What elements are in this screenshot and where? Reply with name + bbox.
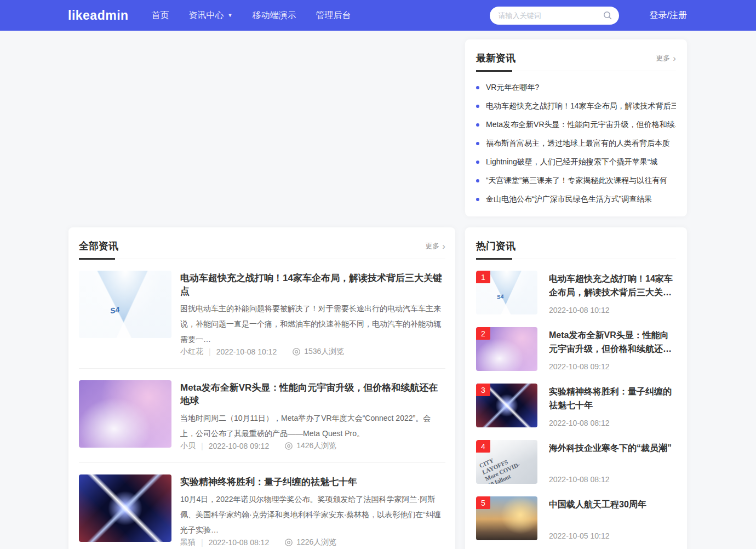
hot-item-date: 2022-10-08 08:12 <box>549 475 676 484</box>
article-title[interactable]: 实验精神终将胜利：量子纠缠的祛魅七十年 <box>180 476 445 489</box>
list-item[interactable]: “天宫课堂”第三课来了！专家揭秘此次课程与以往有何 <box>476 171 676 190</box>
article-views: 1536人浏览 <box>292 347 344 357</box>
bullet-dot-icon <box>476 105 479 108</box>
meta-divider: | <box>201 538 203 547</box>
article-meta: 小红花 | 2022-10-08 10:12 1536人浏览 <box>180 347 445 357</box>
hot-thumbnail-layoffs[interactable]: 4 CITY LAYOFFS More COVID-19 fallout <box>476 440 537 484</box>
article-views: 1226人浏览 <box>284 537 336 547</box>
search-input[interactable] <box>499 12 603 20</box>
site-logo[interactable]: likeadmin <box>68 8 129 23</box>
all-news-header: 全部资讯 更多 › <box>79 227 445 259</box>
bullet-dot-icon <box>476 142 479 145</box>
article-views: 1426人浏览 <box>284 441 336 451</box>
top-navbar: likeadmin 首页 资讯中心 ▼ 移动端演示 管理后台 <box>0 0 756 31</box>
hot-news-header: 热门资讯 <box>476 227 676 259</box>
all-news-title: 全部资讯 <box>79 239 118 253</box>
article-summary: 当地时间周二（10月11日），Meta举办了VR年度大会“Connect 202… <box>180 410 445 441</box>
article-date: 2022-10-08 09:12 <box>209 442 270 450</box>
article-thumbnail-ev-charging[interactable]: S4 <box>79 271 171 338</box>
nav-item-admin-panel[interactable]: 管理后台 <box>316 10 351 21</box>
hot-news-item[interactable]: 1 S4 电动车超快充之战打响！14家车企布局，解读技术背后三大关键点 2022… <box>476 271 676 314</box>
article-title[interactable]: Meta发布全新VR头显：性能向元宇宙升级，但价格和续航还在地球 <box>180 381 445 408</box>
search-icon[interactable] <box>603 10 612 20</box>
hot-news-item[interactable]: 2 Meta发布全新VR头显：性能向元宇宙升级，但价格和续航还在地球 2022-… <box>476 327 676 371</box>
nav-item-home[interactable]: 首页 <box>152 10 169 21</box>
article-summary: 10月4日，2022年诺贝尔物理学奖公布。奖项颁发给了法国科学家阿兰·阿斯佩、美… <box>180 491 445 537</box>
eye-icon <box>284 538 293 547</box>
article-summary: 困扰电动车主的补能问题将要被解决了！对于需要长途出行的电动汽车车主来说，补能问题… <box>180 301 445 347</box>
latest-news-title: 最新资讯 <box>476 52 516 65</box>
article-meta: 黑猫 | 2022-10-08 08:12 1226人浏览 <box>180 537 445 547</box>
rank-badge: 5 <box>476 496 490 509</box>
article-author: 黑猫 <box>180 537 196 547</box>
latest-more-link[interactable]: 更多 › <box>656 53 676 63</box>
chevron-down-icon: ▼ <box>228 13 233 18</box>
hot-item-title[interactable]: Meta发布全新VR头显：性能向元宇宙升级，但价格和续航还在地球 <box>549 328 676 356</box>
all-news-panel: 全部资讯 更多 › S4 电动车超快充之战打响！14家车企布局，解读技术背后三大… <box>68 227 455 549</box>
hot-thumbnail-ev-charging[interactable]: 1 S4 <box>476 271 537 314</box>
list-item[interactable]: 金山电池公布“沪广深市民绿色生活方式”调查结果 <box>476 190 676 209</box>
bullet-dot-icon <box>476 179 479 182</box>
article-row[interactable]: S4 电动车超快充之战打响！14家车企布局，解读技术背后三大关键点 困扰电动车主… <box>79 259 445 368</box>
nav-item-news-center[interactable]: 资讯中心 ▼ <box>189 10 233 21</box>
hot-item-title[interactable]: 电动车超快充之战打响！14家车企布局，解读技术背后三大关键点 <box>549 272 676 299</box>
rank-badge: 2 <box>476 327 490 340</box>
list-item[interactable]: Meta发布全新VR头显：性能向元宇宙升级，但价格和续…还 <box>476 116 676 134</box>
article-date: 2022-10-08 10:12 <box>216 347 277 356</box>
hot-item-date: 2022-10-08 10:12 <box>549 306 676 314</box>
article-row[interactable]: 实验精神终将胜利：量子纠缠的祛魅七十年 10月4日，2022年诺贝尔物理学奖公布… <box>79 462 445 549</box>
all-news-more-link[interactable]: 更多 › <box>425 241 445 251</box>
title-accent-bar <box>476 70 512 72</box>
bullet-dot-icon <box>476 123 479 127</box>
list-item[interactable]: Lightning破壁，人们已经开始搜索下个撬开苹果“城 <box>476 153 676 171</box>
eye-icon <box>292 347 301 356</box>
meta-divider: | <box>209 347 211 356</box>
main-nav: 首页 资讯中心 ▼ 移动端演示 管理后台 <box>152 10 371 21</box>
bullet-dot-icon <box>476 161 479 164</box>
rank-badge: 1 <box>476 271 490 283</box>
article-thumbnail-quantum[interactable] <box>79 474 171 542</box>
news-portal-page: likeadmin 首页 资讯中心 ▼ 移动端演示 管理后台 <box>0 0 756 549</box>
article-row[interactable]: Meta发布全新VR头显：性能向元宇宙升级，但价格和续航还在地球 当地时间周二（… <box>79 368 445 462</box>
login-register-link[interactable]: 登录/注册 <box>650 10 687 21</box>
rank-badge: 4 <box>476 440 490 453</box>
hot-item-date: 2022-10-05 10:12 <box>549 531 676 540</box>
hot-item-title[interactable]: 实验精神终将胜利：量子纠缠的祛魅七十年 <box>549 385 676 412</box>
hot-news-item[interactable]: 4 CITY LAYOFFS More COVID-19 fallout 海外科… <box>476 440 676 484</box>
hot-item-title[interactable]: 海外科技企业寒冬下的“裁员潮” <box>549 441 676 455</box>
article-thumbnail-vr-headset[interactable] <box>79 380 171 448</box>
rank-badge: 3 <box>476 384 490 396</box>
hot-thumbnail-vr-headset[interactable]: 2 <box>476 327 537 371</box>
list-item[interactable]: 电动车超快充之战打响！14家车企布局，解读技术背后三… <box>476 97 676 116</box>
hot-news-title: 热门资讯 <box>476 239 516 253</box>
eye-icon <box>284 442 293 450</box>
list-item[interactable]: VR元年在哪年? <box>476 78 676 97</box>
latest-news-panel: 最新资讯 更多 › VR元年在哪年? 电动车超快充之战打响！14家车企布局，解读… <box>465 39 687 216</box>
article-author: 小贝 <box>180 441 196 451</box>
article-title[interactable]: 电动车超快充之战打响！14家车企布局，解读技术背后三大关键点 <box>180 272 445 298</box>
nav-item-mobile-demo[interactable]: 移动端演示 <box>253 10 296 21</box>
title-accent-bar <box>79 258 115 260</box>
hot-news-item[interactable]: 5 中国载人航天工程30周年 2022-10-05 10:12 <box>476 496 676 540</box>
hot-news-panel: 热门资讯 1 S4 电动车超快充之战打响！14家车企布局，解读技术背后三大关键点… <box>465 227 687 549</box>
latest-news-header: 最新资讯 更多 › <box>476 39 676 71</box>
hot-item-date: 2022-10-08 09:12 <box>549 362 676 371</box>
hot-thumbnail-quantum[interactable]: 3 <box>476 384 537 427</box>
meta-divider: | <box>201 442 203 450</box>
chevron-right-icon: › <box>442 243 445 250</box>
chevron-right-icon: › <box>673 55 676 62</box>
title-accent-bar <box>476 258 512 260</box>
hot-news-list: 1 S4 电动车超快充之战打响！14家车企布局，解读技术背后三大关键点 2022… <box>476 259 676 540</box>
bullet-dot-icon <box>476 198 479 201</box>
article-date: 2022-10-08 08:12 <box>209 538 270 547</box>
search-box <box>490 7 619 25</box>
article-meta: 小贝 | 2022-10-08 09:12 1426人浏览 <box>180 441 445 451</box>
hot-news-item[interactable]: 3 实验精神终将胜利：量子纠缠的祛魅七十年 2022-10-08 08:12 <box>476 384 676 427</box>
list-item[interactable]: 福布斯首富易主，透过地球上最富有的人类看背后本质 <box>476 134 676 153</box>
latest-news-list: VR元年在哪年? 电动车超快充之战打响！14家车企布局，解读技术背后三… Met… <box>476 71 676 209</box>
hot-item-date: 2022-10-08 08:12 <box>549 419 676 427</box>
hot-item-title[interactable]: 中国载人航天工程30周年 <box>549 497 676 511</box>
bullet-dot-icon <box>476 86 479 89</box>
article-author: 小红花 <box>180 347 203 357</box>
hot-thumbnail-space-anniversary[interactable]: 5 <box>476 496 537 540</box>
